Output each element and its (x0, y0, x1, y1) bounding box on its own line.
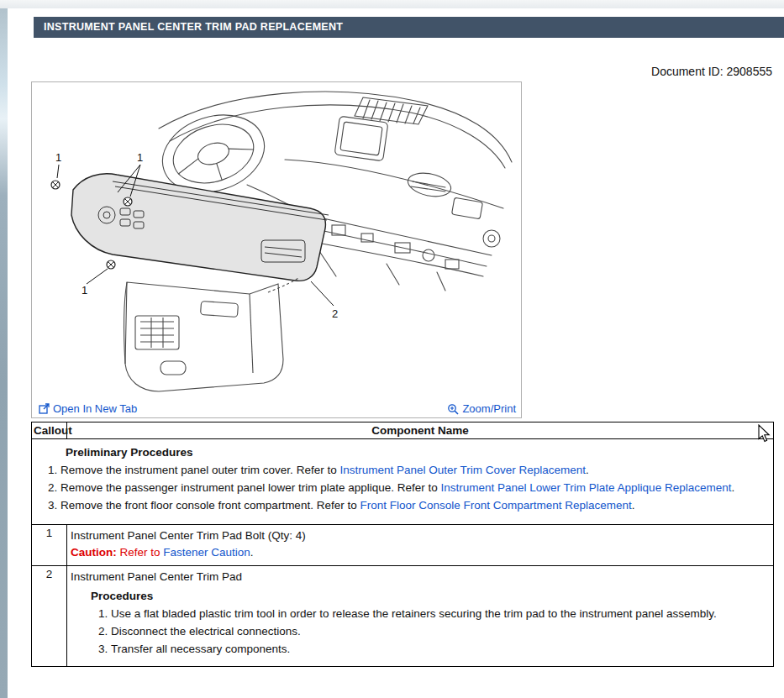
desktop-top-edge (0, 0, 784, 8)
callout-number: 1 (32, 525, 67, 566)
table-row-callout-2: 2 Instrument Panel Center Trim Pad Proce… (32, 566, 774, 667)
preliminary-step-3: Remove the front floor console front com… (61, 497, 770, 514)
step-text: Remove the front floor console front com… (61, 499, 360, 512)
zoom-print-label: Zoom/Print (462, 402, 516, 415)
procedure-step-1: Use a flat bladed plastic trim tool in o… (111, 606, 770, 622)
step-period: . (586, 464, 589, 476)
callout-number: 2 (32, 566, 67, 667)
procedure-step-3: Transfer all necessary components. (111, 641, 770, 658)
zoom-print-link[interactable]: Zoom/Print (447, 402, 516, 415)
external-link-icon (39, 403, 50, 414)
preliminary-step-1: Remove the instrument panel outer trim c… (61, 462, 770, 479)
preliminary-procedures-row: Preliminary Procedures Remove the instru… (32, 439, 774, 525)
step-period: . (731, 481, 734, 494)
callout-label-1b: 1 (137, 151, 143, 164)
procedure-link-lower-trim-plate-applique[interactable]: Instrument Panel Lower Trim Plate Appliq… (441, 481, 732, 494)
document-id: Document ID: 2908555 (8, 65, 772, 78)
preliminary-step-2: Remove the passenger instrument panel lo… (61, 480, 770, 496)
callout-label-1a: 1 (55, 151, 61, 164)
open-in-new-tab-link[interactable]: Open In New Tab (39, 402, 137, 415)
component-table: Callout Component Name Preliminary Proce… (31, 422, 774, 667)
page-title: INSTRUMENT PANEL CENTER TRIM PAD REPLACE… (34, 17, 784, 38)
preliminary-cell: Preliminary Procedures Remove the instru… (32, 439, 774, 525)
table-header-row: Callout Component Name (32, 422, 774, 439)
procedure-step-2: Disconnect the electrical connections. (111, 623, 770, 640)
component-name: Instrument Panel Center Trim Pad Bolt (Q… (71, 528, 770, 543)
figure-link-bar: Open In New Tab Zoom/Print (32, 401, 521, 417)
callout-label-1c: 1 (82, 284, 87, 297)
step-text: Remove the instrument panel outer trim c… (61, 464, 339, 476)
table-row-callout-1: 1 Instrument Panel Center Trim Pad Bolt … (32, 525, 774, 566)
caution-label: Caution: (71, 546, 117, 559)
page-title-text: INSTRUMENT PANEL CENTER TRIM PAD REPLACE… (44, 21, 343, 33)
callout-column-header: Callout (32, 422, 67, 439)
desktop-left-edge (0, 0, 8, 698)
open-in-new-tab-label: Open In New Tab (53, 402, 137, 415)
preliminary-steps-list: Remove the instrument panel outer trim c… (35, 462, 770, 514)
component-name-column-header: Component Name (67, 422, 774, 439)
component-cell: Instrument Panel Center Trim Pad Procedu… (67, 566, 774, 667)
procedure-link-outer-trim-cover[interactable]: Instrument Panel Outer Trim Cover Replac… (339, 464, 586, 476)
figure-container: 1 1 1 2 Open In New Tab (31, 81, 522, 418)
component-name: Instrument Panel Center Trim Pad (71, 569, 770, 585)
technical-illustration: 1 1 1 2 (32, 82, 521, 401)
procedures-label: Procedures (91, 590, 770, 602)
caution-text: Refer to (117, 546, 164, 559)
procedure-link-front-compartment[interactable]: Front Floor Console Front Compartment Re… (360, 499, 631, 512)
callout-label-2: 2 (332, 307, 338, 320)
fastener-caution-link[interactable]: Fastener Caution (163, 546, 250, 559)
step-period: . (632, 499, 635, 512)
component-cell: Instrument Panel Center Trim Pad Bolt (Q… (67, 525, 774, 566)
preliminary-title: Preliminary Procedures (66, 446, 770, 459)
document-page: INSTRUMENT PANEL CENTER TRIM PAD REPLACE… (8, 8, 784, 698)
caution-note: Caution: Refer to Fastener Caution. (71, 545, 770, 560)
procedures-list: Use a flat bladed plastic trim tool in o… (89, 606, 770, 658)
zoom-icon (447, 403, 459, 415)
step-text: Remove the passenger instrument panel lo… (61, 481, 441, 494)
caution-period: . (250, 546, 254, 559)
